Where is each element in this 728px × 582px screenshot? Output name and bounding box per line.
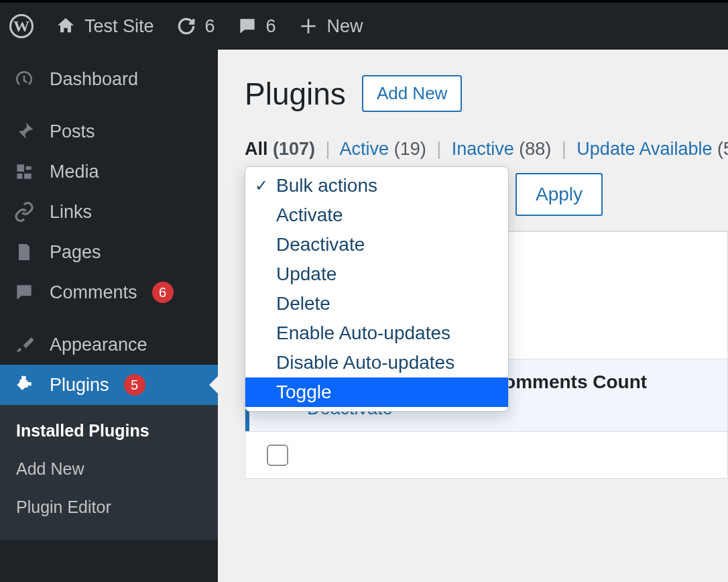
- plugins-submenu: Installed Plugins Add New Plugin Editor: [0, 405, 218, 540]
- menu-label: Comments: [50, 282, 137, 303]
- bulk-option-default[interactable]: Bulk actions: [245, 171, 508, 200]
- add-new-button[interactable]: Add New: [362, 75, 463, 112]
- site-title: Test Site: [84, 16, 154, 37]
- comment-icon: [13, 282, 38, 303]
- updates-menu[interactable]: 6: [165, 15, 226, 37]
- home-icon: [55, 15, 76, 37]
- filter-update-available[interactable]: Update Available (5: [577, 139, 728, 159]
- bulk-option-toggle[interactable]: Toggle: [245, 377, 508, 407]
- menu-comments[interactable]: Comments 6: [0, 272, 218, 312]
- comments-badge: 6: [152, 282, 174, 303]
- wp-logo-menu[interactable]: W: [0, 14, 44, 38]
- plugin-row: [245, 431, 727, 478]
- bulk-actions-dropdown[interactable]: Bulk actions Activate Deactivate Update …: [245, 166, 509, 412]
- menu-media[interactable]: Media: [0, 152, 218, 192]
- filter-inactive[interactable]: Inactive (88): [452, 139, 556, 159]
- filter-all[interactable]: All (107): [245, 139, 320, 159]
- bulk-option-disable-autoupdate[interactable]: Disable Auto-updates: [245, 348, 508, 377]
- link-icon: [13, 201, 38, 223]
- menu-label: Media: [50, 162, 99, 182]
- menu-label: Posts: [50, 121, 95, 142]
- comments-menu[interactable]: 6: [226, 15, 287, 37]
- menu-plugins[interactable]: Plugins 5: [0, 365, 218, 405]
- menu-appearance[interactable]: Appearance: [0, 325, 218, 365]
- site-menu[interactable]: Test Site: [44, 15, 165, 37]
- dashboard-icon: [13, 68, 38, 90]
- menu-label: Appearance: [50, 335, 147, 355]
- new-content-menu[interactable]: New: [287, 15, 374, 37]
- filter-active[interactable]: Active (19): [340, 139, 432, 159]
- menu-label: Dashboard: [50, 69, 138, 90]
- bulk-option-deactivate[interactable]: Deactivate: [245, 230, 508, 259]
- bulk-option-delete[interactable]: Delete: [245, 289, 508, 318]
- bulk-option-enable-autoupdate[interactable]: Enable Auto-updates: [245, 318, 508, 348]
- submenu-plugin-editor[interactable]: Plugin Editor: [0, 488, 218, 526]
- admin-sidebar: Dashboard Posts Media Links Pages Commen…: [0, 50, 218, 582]
- menu-label: Pages: [50, 242, 101, 263]
- bulk-option-activate[interactable]: Activate: [245, 200, 508, 230]
- plugin-status-filters: All (107) | Active (19) | Inactive (88) …: [245, 139, 728, 160]
- comments-count: 6: [266, 16, 276, 37]
- page-title: Plugins: [245, 76, 346, 112]
- plugins-badge: 5: [124, 374, 145, 396]
- menu-links[interactable]: Links: [0, 192, 218, 232]
- menu-pages[interactable]: Pages: [0, 232, 218, 272]
- page-icon: [13, 241, 38, 263]
- plus-icon: [298, 15, 319, 37]
- comment-icon: [237, 15, 258, 37]
- apply-button[interactable]: Apply: [515, 173, 603, 216]
- submenu-add-new[interactable]: Add New: [0, 450, 218, 488]
- menu-label: Links: [50, 202, 92, 223]
- submenu-installed-plugins[interactable]: Installed Plugins: [0, 412, 218, 450]
- wordpress-logo-icon: W: [9, 14, 34, 38]
- menu-posts[interactable]: Posts: [0, 111, 218, 152]
- bulk-option-update[interactable]: Update: [245, 259, 508, 289]
- pin-icon: [13, 121, 38, 142]
- admin-bar: W Test Site 6 6 New: [0, 0, 728, 50]
- media-icon: [13, 161, 38, 182]
- brush-icon: [13, 334, 38, 355]
- updates-count: 6: [205, 16, 215, 37]
- plugin-checkbox[interactable]: [267, 445, 288, 466]
- menu-dashboard[interactable]: Dashboard: [0, 59, 218, 99]
- refresh-icon: [176, 15, 197, 37]
- plugin-icon: [13, 374, 38, 396]
- new-label: New: [327, 16, 363, 37]
- menu-label: Plugins: [50, 375, 109, 396]
